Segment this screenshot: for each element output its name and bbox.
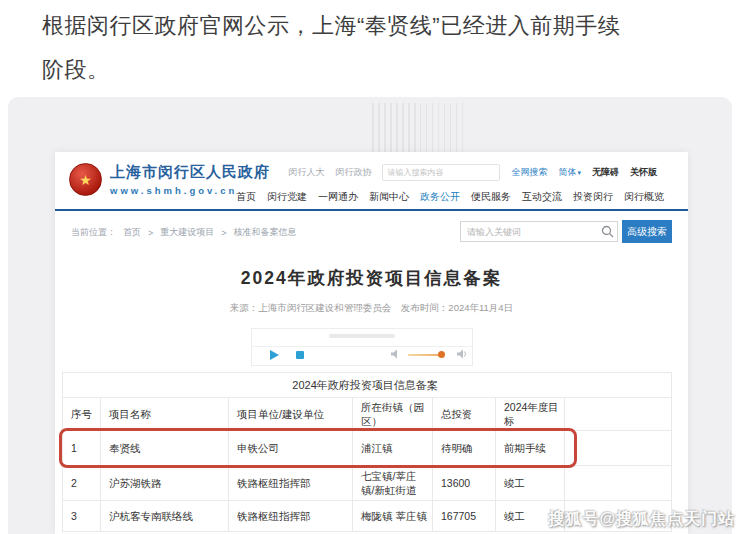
col-header-investment: 总投资	[433, 398, 496, 431]
cell-town: 七宝镇/莘庄镇/新虹街道	[353, 466, 433, 501]
topbar-link-renda[interactable]: 闵行人大	[288, 166, 324, 179]
cell-name: 沪杭客专南联络线	[101, 501, 229, 532]
advanced-search-button[interactable]: 高级搜索	[622, 220, 672, 243]
table-caption: 2024年政府投资项目信息备案	[63, 373, 672, 398]
site-search-input[interactable]	[382, 164, 500, 181]
main-nav: 首页 闵行党建 一网通办 新闻中心 政务公开 便民服务 互动交流 投资闵行 闵行…	[236, 190, 664, 204]
cell-no: 3	[63, 501, 101, 532]
col-header-target: 2024年度目标	[496, 398, 565, 431]
breadcrumb: 当前位置： 首页 > 重大建设项目 > 核准和备案信息	[71, 226, 297, 239]
breadcrumb-filing-info[interactable]: 核准和备案信息	[234, 226, 297, 239]
lang-label: 简体	[558, 167, 576, 177]
nav-item-hudongjiaoliu[interactable]: 互动交流	[522, 190, 562, 204]
article-caption: 根据闵行区政府官网公示，上海“奉贤线”已经进入前期手续阶段。	[42, 4, 634, 92]
volume-high-icon	[457, 349, 468, 359]
projects-table: 2024年政府投资项目信息备案 序号 项目名称 项目单位/建设单位 所在街镇（园…	[62, 372, 672, 532]
table-header-row: 序号 项目名称 项目单位/建设单位 所在街镇（园区） 总投资 2024年度目标	[63, 398, 672, 431]
col-header-name: 项目名称	[101, 398, 229, 431]
lang-select[interactable]: 简体▾	[558, 166, 581, 179]
table-row: 1 奉贤线 申铁公司 浦江镇 待明确 前期手续	[63, 431, 672, 466]
page: 根据闵行区政府官网公示，上海“奉贤线”已经进入前期手续阶段。 闵行人大 闵行政协…	[0, 0, 740, 534]
cell-blank	[565, 431, 672, 466]
nav-item-zhengwugongkai[interactable]: 政务公开	[420, 190, 460, 204]
nav-item-news[interactable]: 新闻中心	[369, 190, 409, 204]
nav-item-dangjian[interactable]: 闵行党建	[267, 190, 307, 204]
nav-divider	[55, 209, 688, 211]
col-header-no: 序号	[63, 398, 101, 431]
article-meta: 来源：上海市闵行区建设和管理委员会 发布时间：2024年11月4日	[55, 302, 688, 315]
audio-player	[251, 328, 473, 366]
nav-item-minhanggailan[interactable]: 闵行概览	[624, 190, 664, 204]
cell-target: 前期手续	[496, 431, 565, 466]
watermark: 搜狐号@搜狐焦点天门站	[548, 509, 735, 530]
player-caption	[252, 334, 472, 347]
accessibility-link[interactable]: 无障碍	[592, 166, 619, 179]
volume-low-icon	[391, 349, 400, 359]
nav-item-home[interactable]: 首页	[236, 190, 256, 204]
chevron-down-icon: ▾	[577, 169, 581, 176]
cell-investment: 待明确	[433, 431, 496, 466]
decorative-stripes	[372, 103, 466, 159]
cell-investment: 167705	[433, 501, 496, 532]
national-emblem-icon: ★	[69, 163, 102, 196]
col-header-unit: 项目单位/建设单位	[229, 398, 353, 431]
care-mode-link[interactable]: 关怀版	[630, 166, 657, 179]
keyword-search: 高级搜索	[460, 220, 672, 243]
topbar-link-zhengxie[interactable]: 闵行政协	[335, 166, 371, 179]
star-icon: ★	[79, 173, 92, 187]
cell-target: 竣工	[496, 466, 565, 501]
cell-unit: 申铁公司	[229, 431, 353, 466]
play-icon[interactable]	[270, 350, 279, 360]
stop-icon[interactable]	[296, 351, 304, 359]
site-name: 上海市闵行区人民政府	[110, 163, 270, 182]
volume-knob[interactable]	[438, 351, 445, 358]
breadcrumb-projects[interactable]: 重大建设项目	[160, 226, 214, 239]
breadcrumb-sep: >	[148, 228, 153, 238]
breadcrumb-home[interactable]: 首页	[123, 226, 141, 239]
cell-town: 梅陇镇 莘庄镇	[353, 501, 433, 532]
col-header-town: 所在街镇（园区）	[353, 398, 433, 431]
cell-no: 1	[63, 431, 101, 466]
breadcrumb-label: 当前位置：	[71, 226, 116, 239]
cell-no: 2	[63, 466, 101, 501]
nav-item-yiwangtongban[interactable]: 一网通办	[318, 190, 358, 204]
site-search-button[interactable]: 全网搜索	[511, 166, 547, 179]
cell-investment: 13600	[433, 466, 496, 501]
nav-item-bianminfuwu[interactable]: 便民服务	[471, 190, 511, 204]
keyword-input[interactable]	[460, 221, 618, 242]
screenshot-panel: 闵行人大 闵行政协 全网搜索 简体▾ 无障碍 关怀版 ★ 上海市闵行区人民政府 …	[8, 97, 732, 534]
player-caption-text	[329, 334, 395, 338]
cell-town: 浦江镇	[353, 431, 433, 466]
cell-name: 沪苏湖铁路	[101, 466, 229, 501]
cell-blank	[565, 466, 672, 501]
breadcrumb-sep: >	[221, 228, 226, 238]
cell-unit: 铁路枢纽指挥部	[229, 466, 353, 501]
cell-name: 奉贤线	[101, 431, 229, 466]
nav-item-touziminhang[interactable]: 投资闵行	[573, 190, 613, 204]
col-header-blank	[565, 398, 672, 431]
magnifier-icon	[601, 225, 614, 238]
table-row: 2 沪苏湖铁路 铁路枢纽指挥部 七宝镇/莘庄镇/新虹街道 13600 竣工	[63, 466, 672, 501]
gov-site-window: 闵行人大 闵行政协 全网搜索 简体▾ 无障碍 关怀版 ★ 上海市闵行区人民政府 …	[55, 152, 688, 534]
cell-unit: 铁路枢纽指挥部	[229, 501, 353, 532]
page-title: 2024年政府投资项目信息备案	[55, 266, 688, 290]
